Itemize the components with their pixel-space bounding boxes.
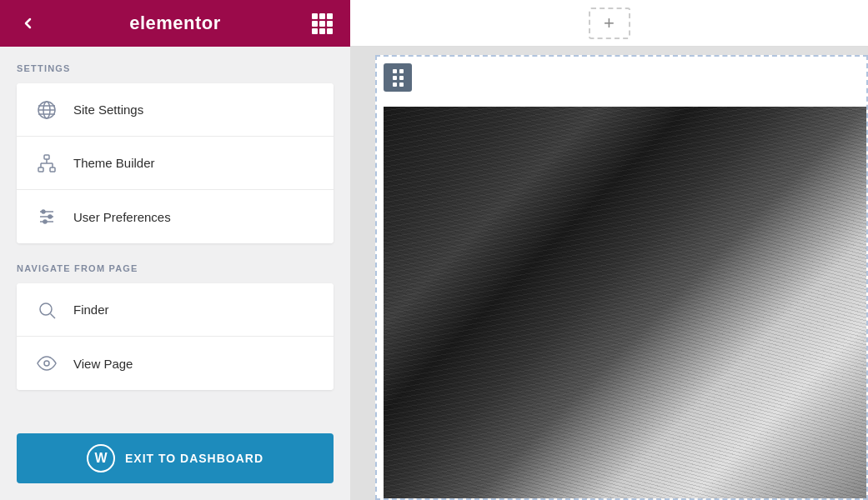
canvas-section[interactable] — [375, 55, 868, 500]
sidebar-item-theme-builder[interactable]: Theme Builder — [17, 137, 334, 190]
site-settings-label: Site Settings — [73, 102, 143, 117]
navigate-section-label: NAVIGATE FROM PAGE — [17, 263, 334, 273]
exit-label: EXIT TO DASHBOARD — [125, 452, 263, 465]
search-icon — [32, 295, 62, 325]
elementor-logo: elementor — [129, 12, 221, 34]
svg-rect-5 — [44, 155, 49, 159]
svg-point-15 — [42, 210, 45, 213]
sidebar-item-finder[interactable]: Finder — [17, 283, 334, 337]
sliders-icon — [32, 202, 62, 232]
wordpress-icon: W — [87, 444, 115, 472]
add-section-button[interactable]: + — [589, 8, 630, 39]
grid-menu-button[interactable] — [309, 10, 335, 37]
exit-to-dashboard-button[interactable]: W EXIT TO DASHBOARD — [17, 433, 334, 483]
svg-rect-6 — [38, 168, 43, 172]
settings-menu-card: Site Settings Theme Builder — [17, 83, 334, 243]
svg-rect-7 — [50, 168, 55, 172]
settings-section-label: SETTINGS — [17, 63, 334, 73]
left-panel: elementor SETTINGS — [0, 0, 350, 500]
navigate-menu-card: Finder View Page — [17, 283, 334, 390]
svg-point-17 — [43, 220, 47, 223]
theme-builder-label: Theme Builder — [73, 156, 155, 170]
canvas-area — [350, 47, 868, 500]
section-handle[interactable] — [384, 63, 412, 92]
globe-icon — [32, 95, 62, 125]
eye-icon — [32, 348, 62, 378]
canvas-top-bar: + — [350, 0, 868, 47]
panel-footer: W EXIT TO DASHBOARD — [0, 433, 350, 500]
sidebar-item-user-preferences[interactable]: User Preferences — [17, 190, 334, 243]
grid-icon — [312, 13, 333, 34]
panel-content: SETTINGS Site Settings — [0, 47, 350, 433]
sidebar-item-view-page[interactable]: View Page — [17, 337, 334, 390]
svg-line-19 — [51, 313, 56, 318]
panel-header: elementor — [0, 0, 350, 47]
canvas-content-image — [384, 107, 866, 498]
right-panel: + — [350, 0, 868, 500]
back-button[interactable] — [15, 10, 42, 37]
sidebar-item-site-settings[interactable]: Site Settings — [17, 83, 334, 137]
svg-point-20 — [44, 361, 49, 366]
user-preferences-label: User Preferences — [73, 210, 171, 224]
svg-point-18 — [40, 303, 52, 315]
hierarchy-icon — [32, 148, 62, 178]
drag-handle-icon — [389, 66, 407, 90]
svg-point-16 — [48, 215, 52, 218]
finder-label: Finder — [73, 302, 109, 317]
view-page-label: View Page — [73, 357, 133, 371]
